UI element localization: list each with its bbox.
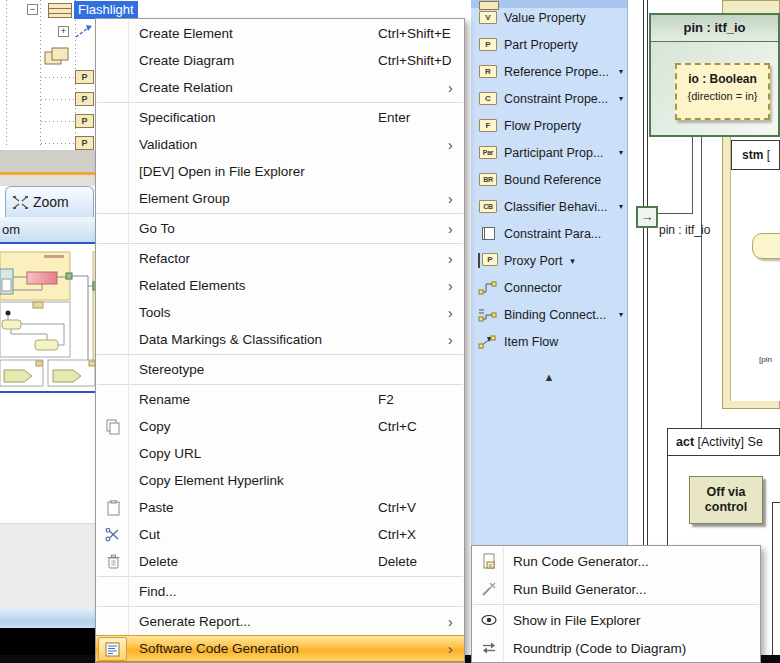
menu-item-create-relation[interactable]: Create Relation ›: [96, 74, 464, 101]
eye-icon: [477, 613, 501, 627]
menu-item-copy-url[interactable]: Copy URL: [96, 440, 464, 467]
expand-toggle[interactable]: +: [58, 26, 69, 37]
connector-icon: [478, 280, 498, 295]
dropdown-arrow-icon[interactable]: ▾: [619, 67, 623, 76]
menu-item-software-code-generation[interactable]: Software Code Generation ›: [96, 635, 464, 662]
palette-item-constraint-property[interactable]: C Constraint Prope... ▾: [471, 85, 627, 112]
palette-item-participant-property[interactable]: Par Participant Prop... ▾: [471, 139, 627, 166]
menu-item-rename[interactable]: Rename F2: [96, 386, 464, 413]
partial-node-shape: [772, 502, 780, 663]
palette-item-flow-property[interactable]: F Flow Property: [471, 112, 627, 139]
zoom-fit-icon: [12, 195, 29, 210]
part-property-icon[interactable]: P: [75, 114, 94, 128]
tree-item-flashlight[interactable]: Flashlight: [74, 1, 138, 19]
diagram-icon: [44, 47, 70, 66]
menu-item-stereotype[interactable]: Stereotype: [96, 356, 464, 383]
dropdown-arrow-icon[interactable]: ▾: [619, 202, 623, 211]
paste-icon: [101, 500, 125, 516]
constraint-parameter-icon: [482, 227, 495, 240]
part-boundary-line: [643, 0, 644, 546]
menu-item-find[interactable]: Find...: [96, 578, 464, 605]
collapse-toggle[interactable]: −: [27, 4, 38, 15]
io-value-property-shape[interactable]: io : Boolean {direction = in}: [675, 63, 770, 120]
palette-item-part-property[interactable]: P Part Property: [471, 31, 627, 58]
palette-item-proxy-port[interactable]: P Proxy Port ▾: [471, 247, 627, 274]
empty-panel-area: [0, 523, 96, 607]
delete-icon: [101, 554, 125, 570]
menu-item-element-group[interactable]: Element Group ›: [96, 185, 464, 212]
tree-guide-line: [41, 99, 74, 100]
menu-separator: [473, 604, 759, 605]
bound-reference-icon: BR: [479, 173, 497, 186]
submenu-item-roundtrip-code-to-diagram[interactable]: Roundtrip (Code to Diagram): [472, 634, 760, 662]
participant-property-icon: Par: [479, 146, 497, 159]
menu-item-refactor[interactable]: Refactor ›: [96, 245, 464, 272]
palette-item-binding-connector[interactable]: Binding Connect... ▾: [471, 301, 627, 328]
tree-guide-line: [41, 121, 74, 122]
port-connector-line: [657, 213, 693, 214]
tree-guide-line: [41, 143, 74, 144]
part-boundary-line: [647, 0, 648, 546]
palette-item-value-property[interactable]: V Value Property: [471, 4, 627, 31]
connector-line: [701, 137, 702, 428]
item-flow-icon: [478, 334, 498, 349]
build-generator-icon: [477, 581, 501, 597]
menu-item-create-element[interactable]: Create Element Ctrl+Shift+E: [96, 20, 464, 47]
palette-item-reference-property[interactable]: R Reference Prope... ▾: [471, 58, 627, 85]
submenu-arrow-icon: ›: [448, 137, 460, 153]
palette-item-item-flow[interactable]: Item Flow: [471, 328, 627, 355]
menu-item-cut[interactable]: Cut Ctrl+X: [96, 521, 464, 548]
part-property-icon[interactable]: P: [75, 70, 94, 84]
zoom-preview-thumbnail[interactable]: [0, 246, 96, 393]
menu-item-specification[interactable]: Specification Enter: [96, 104, 464, 131]
value-property-icon: V: [479, 11, 497, 24]
port-connector-line: [692, 137, 693, 214]
menu-item-related-elements[interactable]: Related Elements ›: [96, 272, 464, 299]
menu-separator: [97, 243, 463, 244]
dropdown-arrow-icon[interactable]: ▾: [619, 94, 623, 103]
palette-item-connector[interactable]: Connector: [471, 274, 627, 301]
palette-item-classifier-behavior[interactable]: CB Classifier Behavi... ▾: [471, 193, 627, 220]
submenu-item-run-build-generator[interactable]: Run Build Generator...: [472, 575, 760, 603]
palette-item-bound-reference[interactable]: BR Bound Reference: [471, 166, 627, 193]
state-shape[interactable]: [752, 233, 780, 259]
proxy-port-shape[interactable]: →: [636, 206, 658, 228]
containment-tree-panel: − Flashlight + P P P P: [0, 0, 96, 150]
menu-separator: [97, 102, 463, 103]
dropdown-arrow-icon[interactable]: ▾: [619, 310, 623, 319]
proxy-port-icon: [478, 253, 480, 268]
menu-item-generate-report[interactable]: Generate Report... ›: [96, 608, 464, 635]
menu-item-dev-open-in-file-explorer[interactable]: [DEV] Open in File Explorer: [96, 158, 464, 185]
part-property-icon[interactable]: P: [75, 92, 94, 106]
binding-connector-icon: [478, 307, 498, 322]
menu-item-go-to[interactable]: Go To ›: [96, 215, 464, 242]
part-property-icon[interactable]: P: [75, 136, 94, 150]
classifier-behavior-icon: CB: [479, 200, 497, 213]
menu-separator: [97, 384, 463, 385]
dropdown-arrow-icon[interactable]: ▾: [619, 148, 623, 157]
dropdown-arrow-icon[interactable]: ▾: [570, 256, 575, 266]
palette-item-constraint-parameter[interactable]: Constraint Para...: [471, 220, 627, 247]
submenu-item-run-code-generator[interactable]: c Run Code Generator...: [472, 547, 760, 575]
panel-splitter[interactable]: [0, 150, 96, 186]
menu-item-data-markings-classification[interactable]: Data Markings & Classification ›: [96, 326, 464, 353]
menu-item-create-diagram[interactable]: Create Diagram Ctrl+Shift+D: [96, 47, 464, 74]
menu-item-delete[interactable]: Delete Delete: [96, 548, 464, 575]
submenu-item-show-in-file-explorer[interactable]: Show in File Explorer: [472, 606, 760, 634]
pin-part-title: pin : itf_io: [651, 15, 778, 42]
menu-item-tools[interactable]: Tools ›: [96, 299, 464, 326]
status-bar: [0, 607, 96, 628]
submenu-arrow-icon: ›: [448, 80, 460, 96]
menu-item-validation[interactable]: Validation ›: [96, 131, 464, 158]
tab-zoom[interactable]: Zoom: [5, 186, 94, 217]
menu-item-copy-element-hyperlink[interactable]: Copy Element Hyperlink: [96, 467, 464, 494]
menu-item-copy[interactable]: Copy Ctrl+C: [96, 413, 464, 440]
part-property-icon: P: [479, 38, 497, 51]
palette-scroll-up-arrow[interactable]: ▲: [471, 371, 627, 383]
port-label: pin : itf_io: [659, 223, 710, 237]
stm-frame-header: stm [: [731, 140, 780, 170]
code-generator-icon: c: [477, 553, 501, 570]
off-via-control-action[interactable]: Off via control: [689, 476, 763, 524]
menu-item-paste[interactable]: Paste Ctrl+V: [96, 494, 464, 521]
flow-property-icon: F: [479, 119, 497, 132]
